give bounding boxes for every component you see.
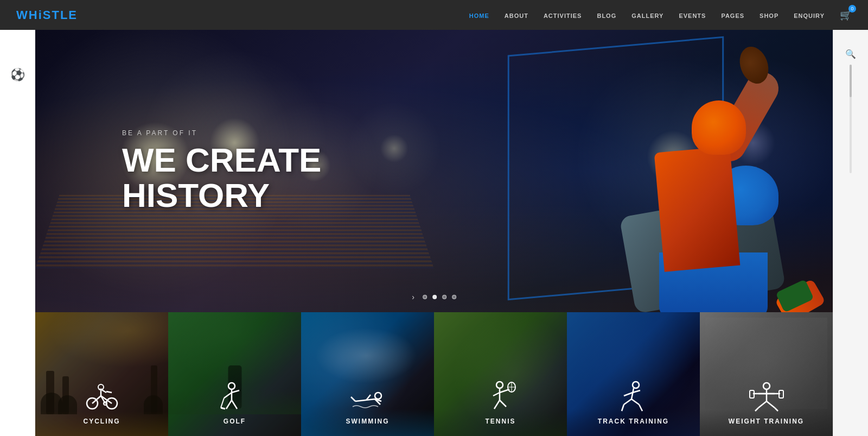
player1-body xyxy=(654,146,741,271)
svg-line-41 xyxy=(639,405,642,411)
players-container xyxy=(399,35,778,312)
nav-links: HOME ABOUT ACTIVITIES BLOG GALLERY EVENT… xyxy=(469,10,825,20)
tennis-label: TENNIS xyxy=(485,418,515,425)
search-icon[interactable]: 🔍 xyxy=(845,49,856,59)
nav-activities[interactable]: ACTIVITIES xyxy=(544,12,582,19)
svg-line-2 xyxy=(92,396,101,403)
svg-line-33 xyxy=(500,400,506,407)
logo-highlight: i xyxy=(39,8,43,22)
svg-line-15 xyxy=(226,400,232,409)
activity-swimming[interactable]: SWIMMING xyxy=(301,312,434,436)
svg-point-11 xyxy=(228,383,235,389)
svg-line-48 xyxy=(758,401,767,408)
hero-title-line2: HISTORY xyxy=(122,178,321,213)
nav-pages[interactable]: PAGES xyxy=(721,12,744,19)
nav-events[interactable]: EVENTS xyxy=(679,12,706,19)
left-sidebar: ⚽ xyxy=(0,30,35,436)
navbar: WHiSTLE HOME ABOUT ACTIVITIES BLOG GALLE… xyxy=(0,0,868,30)
player1-helmet xyxy=(692,100,746,155)
slider-dot-2[interactable] xyxy=(432,295,437,299)
hero-title-line1: WE CREATE xyxy=(122,142,321,178)
slider-dot-3[interactable] xyxy=(442,295,446,299)
slider-dot-4[interactable] xyxy=(452,295,456,299)
logo-text-part2: STLE xyxy=(43,8,78,22)
svg-line-39 xyxy=(622,405,624,411)
soccer-icon[interactable]: ⚽ xyxy=(10,68,25,82)
svg-point-19 xyxy=(375,393,381,399)
svg-line-36 xyxy=(624,393,633,396)
activity-cycling[interactable]: CYCLING xyxy=(35,312,168,436)
slider-dots: › xyxy=(412,293,456,301)
svg-line-18 xyxy=(221,408,225,409)
activity-track[interactable]: TRACK TRAINING xyxy=(567,312,700,436)
svg-line-38 xyxy=(624,399,631,405)
logo-text-part1: WH xyxy=(16,8,39,22)
activity-tennis[interactable]: TENNIS xyxy=(434,312,567,436)
weight-label: WEIGHT TRAINING xyxy=(729,418,804,425)
cart-badge: 0 xyxy=(848,5,856,12)
svg-line-50 xyxy=(755,408,758,411)
hero-title: WE CREATE HISTORY xyxy=(122,142,321,213)
hero-text: BE A PART OF IT WE CREATE HISTORY xyxy=(122,129,321,213)
hero-section: BE A PART OF IT WE CREATE HISTORY › xyxy=(35,30,833,312)
svg-line-13 xyxy=(224,393,232,398)
svg-line-31 xyxy=(493,393,500,396)
nav-shop[interactable]: SHOP xyxy=(760,12,778,19)
svg-line-32 xyxy=(494,400,500,409)
svg-line-14 xyxy=(232,390,239,393)
slider-prev-arrow[interactable]: › xyxy=(412,293,414,301)
cycling-label: CYCLING xyxy=(84,418,120,425)
slider-dot-1[interactable] xyxy=(423,295,427,299)
track-icon xyxy=(618,381,648,413)
activity-golf[interactable]: GOLF xyxy=(168,312,301,436)
svg-line-16 xyxy=(232,400,237,409)
svg-line-6 xyxy=(106,391,112,393)
track-label: TRACK TRAINING xyxy=(598,418,669,425)
svg-line-17 xyxy=(221,398,224,408)
scrollbar-thumb xyxy=(850,65,852,97)
svg-line-20 xyxy=(355,399,375,401)
scrollbar-track[interactable] xyxy=(850,65,852,173)
swimming-icon xyxy=(350,386,385,413)
svg-line-51 xyxy=(775,408,778,411)
svg-line-21 xyxy=(351,397,355,401)
activities-strip: CYCLING GOLF xyxy=(35,312,833,436)
svg-point-34 xyxy=(633,382,639,388)
tennis-icon xyxy=(484,381,517,413)
svg-line-35 xyxy=(631,388,634,399)
cart-button[interactable]: 🛒 0 xyxy=(840,9,852,21)
activity-weight[interactable]: WEIGHT TRAINING xyxy=(700,312,833,436)
nav-gallery[interactable]: GALLERY xyxy=(631,12,663,19)
swimming-label: SWIMMING xyxy=(346,418,390,425)
hero-subtitle: BE A PART OF IT xyxy=(122,129,321,137)
nav-enquiry[interactable]: ENQUIRY xyxy=(794,12,825,19)
cycling-icon xyxy=(86,381,118,413)
logo[interactable]: WHiSTLE xyxy=(16,8,78,22)
right-panel: 🔍 xyxy=(833,30,868,436)
weight-icon xyxy=(748,381,786,413)
svg-point-42 xyxy=(763,383,770,389)
svg-line-40 xyxy=(631,399,639,405)
nav-blog[interactable]: BLOG xyxy=(597,12,616,19)
golf-icon xyxy=(220,381,250,413)
nav-home[interactable]: HOME xyxy=(469,12,489,19)
svg-point-25 xyxy=(496,382,503,388)
golf-label: GOLF xyxy=(224,418,246,425)
nav-about[interactable]: ABOUT xyxy=(505,12,528,19)
svg-line-49 xyxy=(767,401,775,408)
